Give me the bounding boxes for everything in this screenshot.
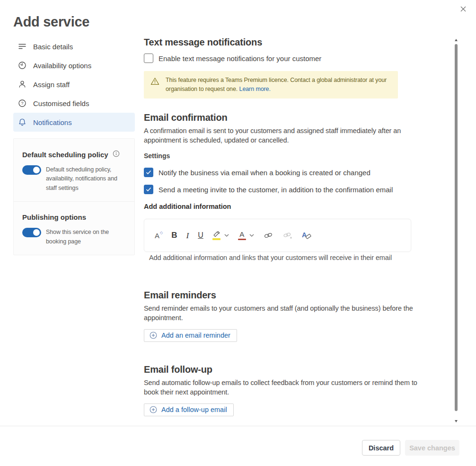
footer-divider (0, 426, 476, 426)
scrollbar-thumb[interactable] (455, 44, 458, 411)
sidebar-item-assign-staff[interactable]: Assign staff (13, 75, 135, 94)
close-icon[interactable] (458, 4, 468, 14)
list-icon (18, 42, 26, 51)
question-circle-icon: ? (18, 99, 26, 108)
add-email-reminder-button[interactable]: Add an email reminder (144, 329, 237, 342)
font-color-icon[interactable]: A (238, 226, 254, 245)
check-icon (146, 187, 151, 192)
publishing-options-section: Publishing options Show this service on … (14, 202, 134, 255)
text-message-heading: Text message notifications (144, 37, 262, 48)
italic-icon[interactable]: I (186, 226, 189, 245)
rich-text-editor[interactable]: A◇ B I U A (144, 219, 411, 252)
default-scheduling-policy-section: Default scheduling policy Default schedu… (14, 139, 134, 201)
publishing-options-description: Show this service on the booking page (46, 228, 122, 246)
warning-icon (150, 77, 159, 87)
sidebar-item-basic-details[interactable]: Basic details (13, 37, 135, 56)
toggle-knob (33, 229, 40, 236)
scroll-down-arrow[interactable] (455, 420, 458, 422)
sidebar-item-label: Customised fields (33, 99, 89, 108)
discard-button[interactable]: Discard (362, 440, 400, 456)
warning-text: This feature requires a Teams Premium li… (166, 77, 387, 92)
page-title: Add service (13, 14, 89, 30)
email-confirmation-heading: Email confirmation (144, 112, 227, 123)
circle-plus-icon (150, 332, 157, 339)
underline-icon[interactable]: U (198, 226, 203, 245)
meeting-invite-label: Send a meeting invite to the customer, i… (159, 186, 393, 194)
settings-label: Settings (144, 152, 170, 160)
person-icon (18, 80, 26, 89)
publish-service-toggle[interactable] (22, 228, 41, 237)
sidebar-item-label: Availability options (33, 62, 91, 70)
sidebar-item-label: Notifications (33, 118, 72, 126)
sidebar-item-label: Basic details (33, 43, 73, 51)
sidebar-nav: Basic details Availability options Assig… (13, 37, 135, 132)
toggle-knob (33, 167, 40, 173)
clock-icon (18, 61, 26, 70)
circle-plus-icon (150, 406, 157, 413)
policy-card: Default scheduling policy Default schedu… (13, 138, 135, 255)
scroll-up-arrow[interactable] (455, 39, 458, 41)
meeting-invite-checkbox[interactable] (144, 185, 153, 194)
email-confirmation-description: A confirmation email is sent to your cus… (144, 126, 421, 145)
add-followup-email-button[interactable]: Add a follow-up email (144, 403, 234, 416)
clear-formatting-icon[interactable]: A (302, 226, 311, 245)
sidebar-item-customised-fields[interactable]: ? Customised fields (13, 94, 135, 113)
scheduling-policy-description: Default scheduling policy, availability,… (46, 165, 122, 193)
additional-info-label: Add additional information (144, 203, 231, 210)
notify-business-label: Notify the business via email when a boo… (159, 169, 370, 177)
notify-business-checkbox[interactable] (144, 168, 153, 177)
check-icon (146, 170, 151, 175)
publishing-options-title: Publishing options (22, 213, 86, 221)
bold-icon[interactable]: B (171, 226, 177, 245)
email-followup-heading: Email follow-up (144, 364, 212, 375)
warning-banner: This feature requires a Teams Premium li… (144, 71, 398, 99)
enable-sms-label: Enable text message notifications for yo… (159, 54, 321, 63)
save-changes-button[interactable]: Save changes (405, 440, 459, 456)
enable-sms-checkbox[interactable] (144, 54, 153, 63)
email-reminders-description: Send reminder emails to your customers a… (144, 304, 421, 323)
text-highlight-icon[interactable] (212, 226, 229, 245)
learn-more-link[interactable]: Learn more. (239, 86, 271, 92)
email-reminders-heading: Email reminders (144, 290, 216, 301)
svg-text:?: ? (21, 100, 23, 106)
info-icon[interactable] (113, 150, 120, 159)
scheduling-policy-title: Default scheduling policy (22, 151, 108, 159)
chevron-down-icon (249, 234, 254, 237)
chevron-down-icon (224, 234, 229, 237)
scrollbar (454, 38, 458, 422)
default-policy-toggle[interactable] (22, 165, 41, 175)
bell-icon (18, 118, 26, 126)
email-followup-description: Send automatic follow-up emails to colle… (144, 378, 421, 397)
editor-helper-text: Add additional information and links tha… (149, 254, 392, 261)
sidebar-item-notifications[interactable]: Notifications (13, 113, 135, 132)
sidebar-item-label: Assign staff (33, 81, 70, 89)
add-service-dialog: Add service Basic details Availability o… (0, 0, 476, 466)
sidebar-item-availability-options[interactable]: Availability options (13, 56, 135, 75)
insert-link-icon[interactable] (263, 226, 273, 245)
remove-link-icon[interactable] (282, 226, 293, 245)
font-size-icon[interactable]: A◇ (155, 226, 162, 245)
